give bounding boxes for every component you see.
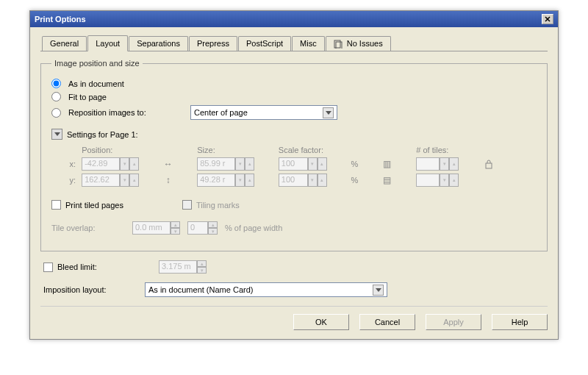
tile-overlap-field: 0.0 mm — [132, 221, 171, 235]
col-tiles: # of tiles: — [416, 146, 477, 154]
window-title: Print Options — [35, 15, 86, 24]
pos-x-input[interactable]: -42.89 ▾▴ — [82, 157, 157, 171]
radio-as-in-document[interactable] — [51, 79, 61, 88]
tile-overlap-input: 0.0 mm ▴▾ — [132, 221, 180, 235]
row-x-label: x: — [51, 160, 76, 168]
tile-overlap-pct-input: 0 ▴▾ — [187, 221, 218, 235]
row-y-label: y: — [51, 176, 76, 185]
pos-y-up[interactable]: ▴ — [129, 174, 139, 187]
tab-general[interactable]: General — [42, 36, 87, 51]
scale-x-input[interactable]: 100 ▾▴ — [279, 157, 345, 171]
ok-button[interactable]: OK — [293, 314, 349, 330]
dropdown-arrow-icon — [323, 107, 334, 118]
svg-rect-2 — [486, 163, 492, 168]
radio-as-in-document-label: As in document — [68, 79, 124, 88]
cancel-button[interactable]: Cancel — [359, 314, 415, 330]
size-w-preset[interactable]: ▾ — [235, 157, 245, 171]
tile-overlap-label: Tile overlap: — [51, 224, 125, 232]
tiles-x-field — [416, 157, 440, 171]
tab-misc[interactable]: Misc — [292, 36, 325, 51]
settings-header: Settings for Page 1: — [51, 129, 537, 140]
link-v-icon: ▤ — [382, 175, 392, 185]
radio-reposition[interactable] — [51, 108, 61, 118]
apply-button: Apply — [426, 314, 481, 330]
scale-x-up[interactable]: ▴ — [318, 157, 327, 171]
size-w-up[interactable]: ▴ — [245, 157, 254, 171]
tiling-marks-label: Tiling marks — [196, 201, 240, 210]
scale-y-field: 100 — [279, 174, 308, 187]
radio-fit-label: Fit to page — [68, 93, 107, 101]
tile-overlap-suffix: % of page width — [225, 224, 282, 232]
tab-separations[interactable]: Separations — [129, 36, 188, 51]
bleed-checkbox[interactable] — [43, 262, 53, 272]
tab-layout[interactable]: Layout — [87, 35, 128, 51]
col-position: Position: — [82, 146, 157, 154]
tiles-y-input[interactable]: ▾▴ — [416, 174, 477, 187]
pos-y-field: 162.62 — [82, 174, 120, 187]
scale-y-input[interactable]: 100 ▾▴ — [279, 174, 345, 187]
pos-y-preset[interactable]: ▾ — [120, 174, 129, 187]
noissues-icon — [334, 40, 343, 49]
overlap-pct-down: ▾ — [208, 228, 218, 235]
scale-x-preset[interactable]: ▾ — [308, 157, 318, 171]
dialog-content: General Layout Separations Prepress Post… — [30, 27, 558, 339]
group-legend: Image position and size — [51, 59, 143, 68]
bleed-up: ▴ — [197, 260, 207, 267]
col-scale: Scale factor: — [279, 146, 345, 154]
pos-x-up[interactable]: ▴ — [129, 157, 139, 171]
size-h-preset[interactable]: ▾ — [235, 174, 245, 187]
tiles-x-up[interactable]: ▴ — [449, 157, 459, 171]
radio-reposition-row: Reposition images to: Center of page — [51, 105, 537, 120]
image-position-group: Image position and size As in document F… — [40, 59, 548, 251]
imposition-row: Imposition layout: As in document (Name … — [43, 282, 545, 297]
close-button[interactable] — [542, 14, 553, 24]
scale-x-field: 100 — [279, 157, 308, 171]
titlebar-buttons — [542, 14, 553, 24]
button-row: OK Cancel Apply Help — [40, 306, 548, 330]
tiles-x-preset[interactable]: ▾ — [440, 157, 449, 171]
tiles-x-input[interactable]: ▾▴ — [416, 157, 477, 171]
bleed-input: 3.175 m ▴▾ — [159, 260, 207, 274]
tile-overlap-pct-field: 0 — [187, 221, 208, 235]
size-h-up[interactable]: ▴ — [245, 174, 254, 187]
tab-prepress[interactable]: Prepress — [189, 36, 237, 51]
settings-collapse-button[interactable] — [51, 129, 62, 140]
pos-y-input[interactable]: 162.62 ▾▴ — [82, 174, 157, 187]
reposition-value: Center of page — [194, 108, 318, 117]
link-h-icon: ▥ — [382, 159, 392, 169]
tiles-y-preset[interactable]: ▾ — [440, 174, 449, 187]
height-icon: ↕ — [163, 175, 173, 185]
radio-reposition-label: Reposition images to: — [68, 108, 186, 117]
tile-overlap-row: Tile overlap: 0.0 mm ▴▾ 0 ▴▾ % of page w… — [51, 221, 537, 235]
tiling-marks-row: Tiling marks — [182, 200, 240, 210]
size-w-input[interactable]: 85.99 r ▾▴ — [197, 157, 273, 171]
print-tiled-checkbox[interactable] — [51, 200, 61, 210]
print-tiled-row: Print tiled pages — [51, 200, 123, 210]
help-button[interactable]: Help — [492, 314, 548, 330]
dropdown-arrow-icon — [373, 285, 384, 296]
tab-noissues[interactable]: No Issues — [326, 36, 391, 51]
size-h-input[interactable]: 49.28 r ▾▴ — [197, 174, 273, 187]
reposition-select[interactable]: Center of page — [190, 105, 337, 120]
pos-x-field: -42.89 — [82, 157, 120, 171]
tab-noissues-label: No Issues — [347, 39, 383, 48]
bleed-row: Bleed limit: 3.175 m ▴▾ — [43, 260, 545, 274]
pos-x-preset[interactable]: ▾ — [120, 157, 129, 171]
size-h-field: 49.28 r — [197, 174, 235, 187]
width-icon: ↔ — [163, 159, 173, 169]
overlap-down: ▾ — [171, 228, 180, 235]
scale-y-preset[interactable]: ▾ — [308, 174, 318, 187]
radio-as-in-document-row: As in document — [51, 79, 537, 88]
lock-icon[interactable] — [483, 157, 495, 171]
radio-fit-to-page[interactable] — [51, 92, 61, 101]
scale-y-up[interactable]: ▴ — [318, 174, 327, 187]
tiling-marks-checkbox — [182, 200, 192, 210]
imposition-select[interactable]: As in document (Name Card) — [145, 282, 387, 297]
imposition-value: As in document (Name Card) — [148, 285, 368, 294]
overlap-pct-up: ▴ — [208, 221, 218, 228]
bleed-down: ▾ — [197, 267, 207, 274]
chevron-down-icon — [54, 132, 60, 136]
pct-label-x: % — [351, 160, 376, 168]
tiles-y-up[interactable]: ▴ — [449, 174, 459, 187]
tab-postscript[interactable]: PostScript — [238, 36, 291, 51]
